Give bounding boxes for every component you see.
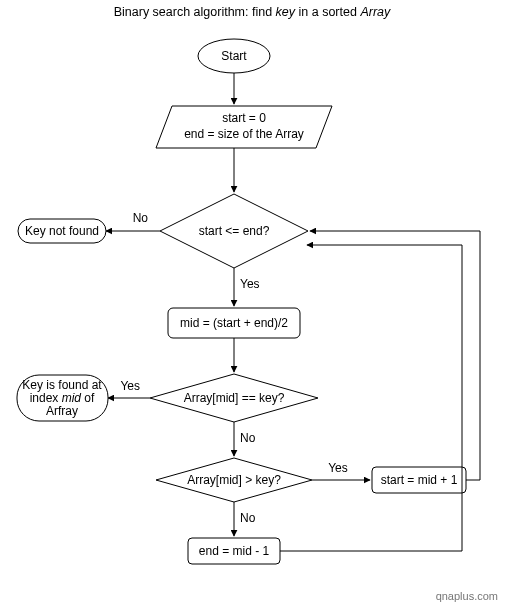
term-notfound-label: Key not found bbox=[25, 224, 99, 238]
edge-startup-loopback bbox=[310, 231, 480, 480]
init-line2: end = size of the Array bbox=[184, 127, 304, 141]
process-end-down-label: end = mid - 1 bbox=[199, 544, 270, 558]
edge-d3-no-label: No bbox=[240, 511, 256, 525]
edge-d1-no-label: No bbox=[133, 211, 149, 225]
edge-d2-no-label: No bbox=[240, 431, 256, 445]
decision-gt-label: Array[mid] > key? bbox=[187, 473, 281, 487]
decision-loop-label: start <= end? bbox=[199, 224, 270, 238]
process-mid-label: mid = (start + end)/2 bbox=[180, 316, 288, 330]
edge-d3-yes-label: Yes bbox=[328, 461, 348, 475]
term-found-l1: Key is found at bbox=[22, 378, 102, 392]
flowchart-canvas: Binary search algorithm: find key in a s… bbox=[0, 0, 505, 609]
watermark: qnaplus.com bbox=[436, 590, 498, 602]
term-found-l3: Arfray bbox=[46, 404, 78, 418]
edge-d1-yes-label: Yes bbox=[240, 277, 260, 291]
edge-d2-yes-label: Yes bbox=[120, 379, 140, 393]
start-label: Start bbox=[221, 49, 247, 63]
diagram-title: Binary search algorithm: find key in a s… bbox=[114, 5, 391, 19]
init-line1: start = 0 bbox=[222, 111, 266, 125]
term-found-l2: index mid of bbox=[30, 391, 95, 405]
process-start-up-label: start = mid + 1 bbox=[381, 473, 458, 487]
decision-eq-label: Array[mid] == key? bbox=[184, 391, 285, 405]
